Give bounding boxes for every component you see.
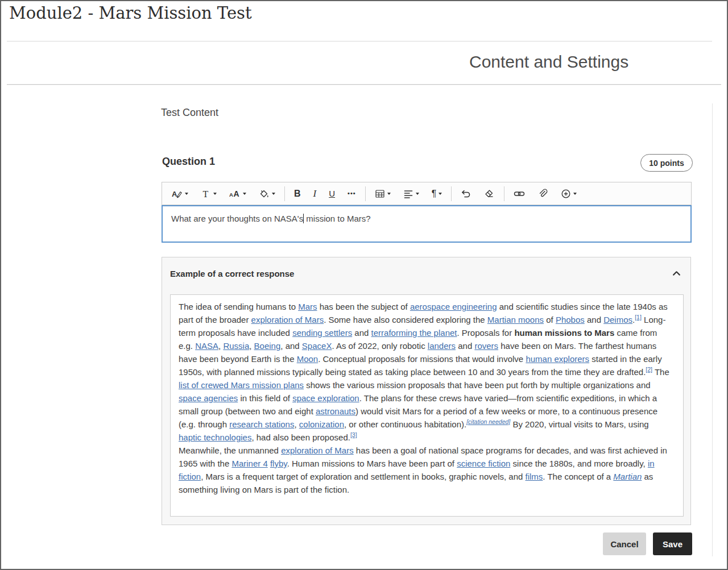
content-link[interactable]: science fiction — [457, 459, 510, 468]
content-link[interactable]: astronauts — [316, 406, 355, 416]
chevron-down-icon — [439, 193, 442, 195]
content-link[interactable]: rovers — [474, 341, 498, 351]
content-link[interactable]: flyby — [270, 459, 287, 468]
chevron-down-icon — [213, 193, 217, 195]
text-color-icon: A — [172, 189, 183, 199]
content-text: , and — [280, 341, 302, 351]
content-text: The idea of sending humans to — [179, 302, 298, 311]
question-text-editor[interactable]: What are your thoughts on NASA's mission… — [162, 205, 692, 243]
content-link[interactable]: haptic technologies — [179, 432, 251, 442]
svg-text:A: A — [172, 190, 177, 198]
content-link[interactable]: space agencies — [179, 393, 238, 403]
bold-icon: B — [294, 189, 301, 198]
content-link[interactable]: SpaceX — [302, 341, 332, 351]
section-divider — [7, 84, 721, 85]
content-text: . The concept of a — [543, 472, 613, 481]
attachment-icon — [537, 189, 548, 199]
toolbar-undo-button[interactable] — [454, 182, 478, 205]
content-link[interactable]: Deimos — [603, 315, 632, 324]
toolbar-text-style-button[interactable]: T — [195, 182, 223, 205]
content-link[interactable]: exploration of Mars — [251, 315, 324, 324]
toolbar-link-button[interactable] — [507, 182, 531, 205]
content-text: , — [294, 419, 299, 429]
table-icon — [375, 189, 385, 199]
toolbar-table-button[interactable] — [369, 182, 397, 205]
content-link[interactable]: Mars — [298, 302, 317, 311]
toolbar-divider — [504, 186, 504, 201]
insert-content-icon — [561, 189, 571, 199]
align-icon — [403, 189, 413, 199]
paragraph-icon: ¶ — [432, 189, 437, 198]
content-link[interactable]: sending settlers — [292, 328, 352, 338]
content-link[interactable]: [citation needed] — [466, 418, 510, 425]
content-link[interactable]: Martian — [613, 472, 642, 481]
example-response-panel: Example of a correct response The idea o… — [162, 257, 691, 525]
content-text: , or other continuous habitation). — [344, 419, 466, 429]
content-link[interactable]: space exploration — [292, 393, 359, 403]
toolbar-eraser-button[interactable] — [478, 182, 501, 205]
toolbar-paragraph-button[interactable]: ¶ — [425, 182, 449, 205]
content-link[interactable]: Mariner 4 — [231, 459, 267, 468]
content-text: The — [652, 367, 669, 377]
save-button[interactable]: Save — [653, 532, 692, 555]
question-text: What are your thoughts on NASA's — [171, 214, 303, 223]
eraser-icon — [484, 189, 495, 199]
content-text: of — [544, 315, 556, 324]
content-link[interactable]: research stations — [229, 419, 294, 429]
content-text: has been the subject of — [317, 302, 410, 311]
content-link[interactable]: Phobos — [556, 315, 585, 324]
content-link[interactable]: Moon — [297, 354, 318, 364]
cancel-button[interactable]: Cancel — [603, 532, 646, 555]
content-link[interactable]: films — [526, 472, 543, 481]
chevron-down-icon — [243, 193, 246, 195]
content-link[interactable]: NASA — [195, 341, 218, 351]
test-editor-window: Module2 - Mars Mission Test Content and … — [0, 0, 728, 570]
content-link[interactable]: [1] — [635, 314, 642, 321]
content-text: , Mars is a frequent target of explorati… — [201, 472, 525, 481]
content-link[interactable]: terraforming the planet — [371, 328, 457, 338]
content-link[interactable]: human explorers — [526, 354, 589, 364]
content-text: . Human missions to Mars have been part … — [287, 459, 457, 468]
toolbar-text-color-button[interactable]: A — [166, 182, 195, 205]
content-text: By 2020, virtual visits to Mars, using — [510, 419, 648, 429]
toolbar-italic-button[interactable]: I — [307, 182, 323, 205]
content-text: human missions to Mars — [514, 328, 614, 338]
chevron-down-icon — [185, 193, 188, 195]
content-text: . Proposals for — [457, 328, 514, 338]
toolbar-divider — [284, 186, 285, 201]
content-text: in this field of — [238, 393, 292, 403]
chevron-down-icon — [416, 193, 419, 195]
page-title: Module2 - Mars Mission Test — [9, 3, 252, 23]
content-link[interactable]: Martian moons — [487, 315, 544, 324]
italic-icon: I — [313, 189, 317, 198]
example-response-text[interactable]: The idea of sending humans to Mars has b… — [170, 294, 684, 517]
content-link[interactable]: list of crewed Mars mission plans — [179, 380, 304, 390]
content-link[interactable]: Russia — [223, 341, 249, 351]
content-link[interactable]: Boeing — [254, 341, 281, 351]
toolbar-attach-button[interactable] — [531, 182, 555, 205]
toolbar-underline-button[interactable]: U — [322, 182, 341, 205]
toolbar-bold-button[interactable]: B — [288, 182, 307, 205]
fill-color-icon — [259, 189, 270, 199]
content-link[interactable]: landers — [428, 341, 456, 351]
svg-text:A: A — [229, 191, 233, 197]
undo-icon — [461, 189, 471, 199]
content-link[interactable]: [2] — [646, 366, 652, 373]
toolbar-divider — [365, 186, 366, 201]
toolbar-insert-button[interactable] — [555, 182, 583, 205]
content-link[interactable]: colonization — [299, 419, 344, 429]
panel-divider — [712, 103, 713, 556]
content-text: , — [249, 341, 254, 351]
example-response-heading: Example of a correct response — [170, 269, 294, 278]
content-text: . Conceptual proposals for missions that… — [318, 354, 526, 364]
points-badge[interactable]: 10 points — [640, 154, 693, 172]
content-text: . As of 2022, only robotic — [332, 341, 427, 351]
content-link[interactable]: [3] — [350, 431, 357, 438]
toolbar-font-size-button[interactable]: AA — [223, 182, 253, 205]
content-link[interactable]: exploration of Mars — [281, 446, 354, 455]
toolbar-more-button[interactable]: ••• — [341, 182, 362, 205]
toolbar-highlight-button[interactable] — [253, 182, 282, 205]
content-link[interactable]: aerospace engineering — [410, 302, 497, 311]
collapse-example-button[interactable] — [672, 269, 681, 278]
toolbar-align-button[interactable] — [397, 182, 425, 205]
